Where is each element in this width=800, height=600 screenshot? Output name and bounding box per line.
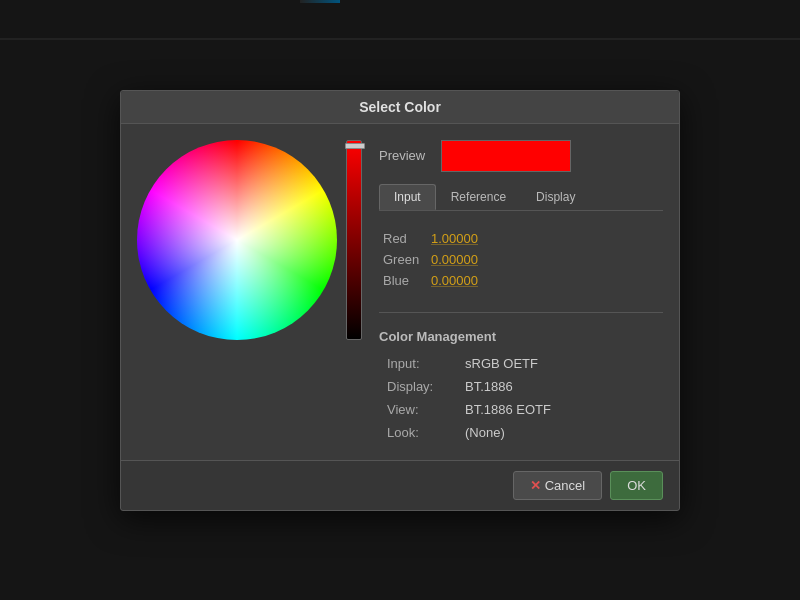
cm-row-look: Look: (None) bbox=[379, 421, 663, 444]
divider bbox=[379, 312, 663, 313]
app-background: Select Color bbox=[0, 0, 800, 600]
channel-row-green: Green 0.00000 bbox=[383, 252, 659, 267]
slider-handle[interactable] bbox=[345, 143, 365, 149]
color-wheel[interactable] bbox=[137, 140, 337, 340]
cm-input-value: sRGB OETF bbox=[465, 356, 538, 371]
preview-section: Preview bbox=[379, 140, 663, 172]
dialog-footer: ✕ Cancel OK bbox=[121, 460, 679, 510]
right-panel: Preview Input Reference Display bbox=[379, 140, 663, 444]
blue-label: Blue bbox=[383, 273, 423, 288]
red-label: Red bbox=[383, 231, 423, 246]
cm-row-view: View: BT.1886 EOTF bbox=[379, 398, 663, 421]
cm-display-label: Display: bbox=[387, 379, 457, 394]
channel-row-red: Red 1.00000 bbox=[383, 231, 659, 246]
tab-input[interactable]: Input bbox=[379, 184, 436, 210]
ok-label: OK bbox=[627, 478, 646, 493]
cm-row-input: Input: sRGB OETF bbox=[379, 352, 663, 375]
preview-swatch bbox=[441, 140, 571, 172]
cm-view-label: View: bbox=[387, 402, 457, 417]
cm-look-value: (None) bbox=[465, 425, 505, 440]
green-label: Green bbox=[383, 252, 423, 267]
tab-reference[interactable]: Reference bbox=[436, 184, 521, 210]
value-slider[interactable] bbox=[346, 140, 362, 340]
cm-input-label: Input: bbox=[387, 356, 457, 371]
left-panel bbox=[137, 140, 363, 444]
tab-display[interactable]: Display bbox=[521, 184, 590, 210]
color-management-title: Color Management bbox=[379, 329, 663, 344]
cm-row-display: Display: BT.1886 bbox=[379, 375, 663, 398]
ok-button[interactable]: OK bbox=[610, 471, 663, 500]
color-wheel-container[interactable] bbox=[137, 140, 337, 340]
cancel-button[interactable]: ✕ Cancel bbox=[513, 471, 602, 500]
cm-look-label: Look: bbox=[387, 425, 457, 440]
dialog-overlay: Select Color bbox=[0, 0, 800, 600]
blue-value[interactable]: 0.00000 bbox=[431, 273, 478, 288]
dialog-titlebar: Select Color bbox=[121, 91, 679, 124]
dialog-title: Select Color bbox=[359, 99, 441, 115]
channel-row-blue: Blue 0.00000 bbox=[383, 273, 659, 288]
cm-view-value: BT.1886 EOTF bbox=[465, 402, 551, 417]
green-value[interactable]: 0.00000 bbox=[431, 252, 478, 267]
cm-display-value: BT.1886 bbox=[465, 379, 513, 394]
preview-label: Preview bbox=[379, 148, 429, 163]
color-management-section: Color Management Input: sRGB OETF Displa… bbox=[379, 329, 663, 444]
dialog-body: Preview Input Reference Display bbox=[121, 124, 679, 460]
red-value[interactable]: 1.00000 bbox=[431, 231, 478, 246]
value-slider-container[interactable] bbox=[345, 140, 363, 340]
tabs-container: Input Reference Display bbox=[379, 184, 663, 211]
color-values: Red 1.00000 Green 0.00000 Blue 0.00000 bbox=[379, 223, 663, 296]
cancel-label: Cancel bbox=[545, 478, 585, 493]
cancel-x-icon: ✕ bbox=[530, 478, 541, 493]
select-color-dialog: Select Color bbox=[120, 90, 680, 511]
